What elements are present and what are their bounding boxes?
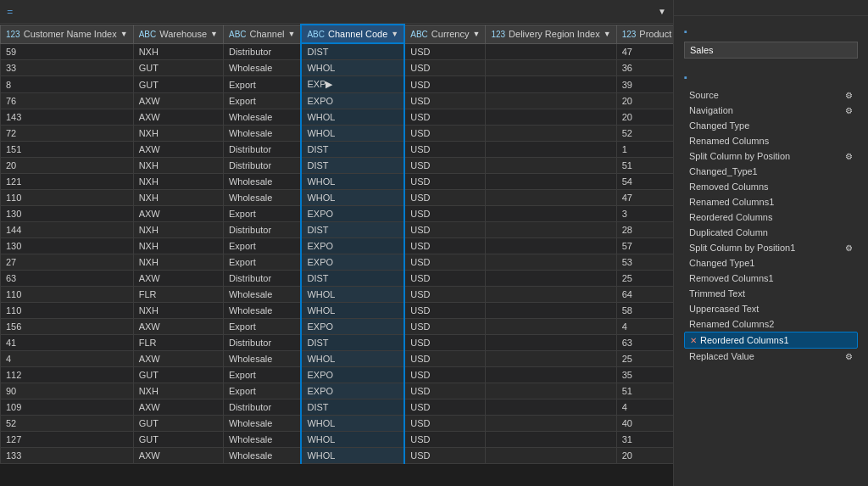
step-item-navigation[interactable]: Navigation⚙ [684,103,858,118]
cell-channel_code: DIST [301,158,404,174]
step-gear-replaced_value[interactable]: ⚙ [845,352,853,361]
cell-channel: Export [223,238,301,254]
step-item-trimmed_text[interactable]: Trimmed Text [684,286,858,301]
step-item-reordered_columns1[interactable]: ✕Reordered Columns1 [684,332,858,349]
cell-customer_name_index: 4 [1,351,134,367]
cell-channel: Distributor [223,271,301,287]
step-label-renamed_columns2: Renamed Columns2 [689,319,853,329]
name-input[interactable] [684,42,858,59]
cell-channel_code: WHOL [301,351,404,367]
table-row: 143AXWWholesaleWHOLUSD20 [1,109,674,126]
step-item-removed_columns[interactable]: Removed Columns [684,179,858,194]
table-row: 144NXHDistributorDISTUSD28 [1,222,674,238]
cell-channel: Wholesale [223,126,301,142]
cell-delivery_region_index [486,303,616,319]
cell-customer_name_index: 41 [1,335,134,351]
cell-product: 52 [616,126,673,142]
cell-delivery_region_index [486,222,616,238]
cell-channel: Wholesale [223,416,301,432]
table-row: 20NXHDistributorDISTUSD51 [1,158,674,174]
cell-delivery_region_index [486,206,616,222]
cell-warehouse: NXH [133,238,223,254]
step-delete-reordered_columns1[interactable]: ✕ [690,336,697,345]
step-item-changed_type[interactable]: Changed Type [684,118,858,133]
cell-delivery_region_index [486,142,616,158]
cell-customer_name_index: 72 [1,126,134,142]
step-item-replaced_value[interactable]: Replaced Value⚙ [684,349,858,364]
cell-warehouse: NXH [133,43,223,60]
table-body: 59NXHDistributorDISTUSD4733GUTWholesaleW… [1,43,674,464]
cell-product: 54 [616,174,673,190]
cell-delivery_region_index [486,319,616,335]
cell-currency: USD [404,351,486,367]
cell-channel_code: WHOL [301,416,404,432]
cell-currency: USD [404,416,486,432]
col-filter-btn-currency[interactable]: ▼ [472,30,480,38]
col-type-icon-customer_name_index: 123 [6,30,20,39]
cell-customer_name_index: 59 [1,43,134,60]
cell-channel: Export [223,319,301,335]
cell-product: 25 [616,351,673,367]
step-gear-source[interactable]: ⚙ [845,91,853,100]
step-item-split_column_by_position1[interactable]: Split Column by Position1⚙ [684,240,858,255]
cell-currency: USD [404,238,486,254]
step-item-removed_columns1[interactable]: Removed Columns1 [684,271,858,286]
step-gear-navigation[interactable]: ⚙ [845,106,853,115]
cell-warehouse: GUT [133,367,223,383]
cell-currency: USD [404,254,486,271]
formula-bar: = ▼ [0,0,673,24]
step-item-changed_type1[interactable]: Changed_Type1 [684,164,858,179]
col-filter-btn-warehouse[interactable]: ▼ [210,30,218,38]
col-label-warehouse: Warehouse [159,29,207,39]
applied-steps-section-title [684,72,858,82]
step-item-split_column_by_position[interactable]: Split Column by Position⚙ [684,148,858,164]
table-row: 4AXWWholesaleWHOLUSD25 [1,351,674,367]
cell-channel: Distributor [223,158,301,174]
step-item-renamed_columns[interactable]: Renamed Columns [684,133,858,148]
step-item-reordered_columns[interactable]: Reordered Columns [684,209,858,225]
table-row: 8GUTExportEXP▶USD39 [1,76,674,93]
step-item-source[interactable]: Source⚙ [684,87,858,103]
step-label-changed_type: Changed Type [689,120,853,131]
col-filter-btn-customer_name_index[interactable]: ▼ [120,30,128,38]
cell-warehouse: AXW [133,271,223,287]
cell-currency: USD [404,367,486,383]
cell-product: 4 [616,399,673,416]
cell-customer_name_index: 8 [1,76,134,93]
step-gear-split_column_by_position1[interactable]: ⚙ [845,243,853,253]
table-row: 109AXWDistributorDISTUSD4 [1,399,674,416]
step-label-uppercased_text: Uppercased Text [689,304,853,314]
col-type-icon-product: 123 [622,30,637,39]
table-row: 156AXWExportEXPOUSD4 [1,319,674,335]
panel-header [674,0,868,16]
step-label-renamed_columns: Renamed Columns [689,136,853,146]
table-row: 90NXHExportEXPOUSD51 [1,383,674,399]
step-item-renamed_columns2[interactable]: Renamed Columns2 [684,316,858,332]
step-item-renamed_columns1[interactable]: Renamed Columns1 [684,194,858,209]
cell-product: 51 [616,158,673,174]
col-filter-btn-delivery_region_index[interactable]: ▼ [604,30,611,38]
col-filter-btn-channel[interactable]: ▼ [288,30,296,38]
step-label-changed_type1: Changed_Type1 [689,166,853,176]
data-table-container: 123 Customer Name Index ▼ ABC Warehouse … [0,24,673,486]
col-type-icon-delivery_region_index: 123 [491,30,505,39]
step-gear-split_column_by_position[interactable]: ⚙ [845,152,853,161]
table-row: 110FLRWholesaleWHOLUSD64 [1,287,674,303]
step-item-duplicated_column[interactable]: Duplicated Column [684,225,858,240]
table-row: 59NXHDistributorDISTUSD47 [1,43,674,60]
col-filter-btn-channel_code[interactable]: ▼ [391,30,398,38]
cell-channel: Distributor [223,142,301,158]
table-row: 41FLRDistributorDISTUSD63 [1,335,674,351]
cell-customer_name_index: 27 [1,254,134,271]
step-item-changed_type1b[interactable]: Changed Type1 [684,255,858,271]
step-item-uppercased_text[interactable]: Uppercased Text [684,301,858,316]
col-type-icon-channel_code: ABC [307,30,325,39]
formula-expand-button[interactable]: ▼ [658,7,666,16]
cell-customer_name_index: 110 [1,303,134,319]
cell-customer_name_index: 127 [1,432,134,448]
col-type-icon-warehouse: ABC [139,30,157,39]
cell-delivery_region_index [486,93,616,109]
cell-currency: USD [404,190,486,206]
cell-customer_name_index: 110 [1,190,134,206]
cell-channel_code: WHOL [301,174,404,190]
